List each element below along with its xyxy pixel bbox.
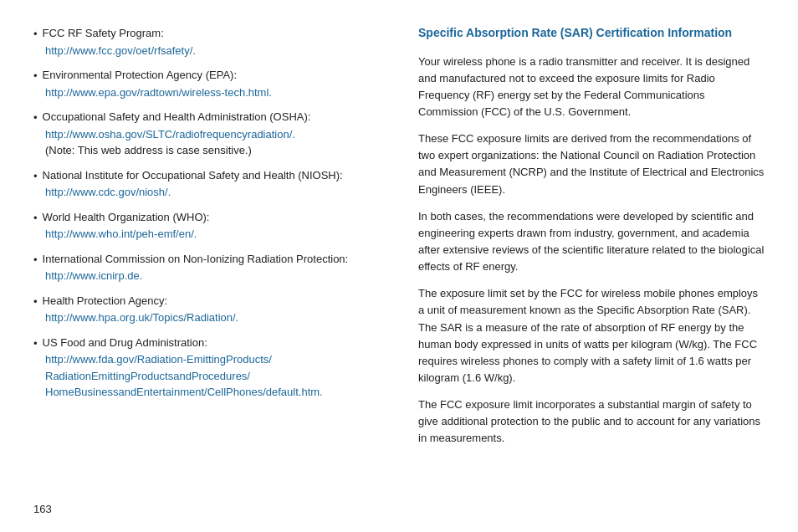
note-text: (Note: This web address is case sensitiv… xyxy=(45,142,385,159)
bullet-dot: • xyxy=(33,68,38,84)
section-title: Specific Absorption Rate (SAR) Certifica… xyxy=(418,25,765,42)
bullet-label: Environmental Protection Agency (EPA): xyxy=(43,67,237,84)
resource-link[interactable]: http://www.osha.gov/SLTC/radiofrequencyr… xyxy=(45,128,295,141)
list-item: •National Institute for Occupational Saf… xyxy=(33,167,385,201)
content-paragraph: These FCC exposure limits are derived fr… xyxy=(418,130,765,198)
content-paragraph: Your wireless phone is a radio transmitt… xyxy=(418,54,765,121)
bullet-dot: • xyxy=(33,110,38,126)
page-number: 163 xyxy=(33,503,52,515)
resource-link[interactable]: http://www.hpa.org.uk/Topics/Radiation/. xyxy=(45,311,238,324)
list-item: •Environmental Protection Agency (EPA):h… xyxy=(33,67,385,100)
list-item: •FCC RF Safety Program:http://www.fcc.go… xyxy=(33,25,385,59)
bullet-dot: • xyxy=(33,335,38,352)
resource-link[interactable]: http://www.icnirp.de. xyxy=(45,269,142,282)
resource-link[interactable]: http://www.fcc.gov/oet/rfsafety/. xyxy=(45,44,196,57)
resource-link[interactable]: http://www.epa.gov/radtown/wireless-tech… xyxy=(45,86,272,99)
bullet-label: US Food and Drug Administration: xyxy=(43,335,207,351)
resource-list: •FCC RF Safety Program:http://www.fcc.go… xyxy=(33,25,385,409)
bullet-label: FCC RF Safety Program: xyxy=(43,25,164,42)
bullet-dot: • xyxy=(33,252,38,269)
bullet-label: National Institute for Occupational Safe… xyxy=(43,167,343,184)
content-paragraph: The FCC exposure limit incorporates a su… xyxy=(418,396,765,447)
bullet-dot: • xyxy=(33,26,38,43)
bullet-label: International Commission on Non-Ionizing… xyxy=(43,251,349,268)
bullet-dot: • xyxy=(33,168,38,185)
bullet-label: Health Protection Agency: xyxy=(43,293,168,309)
list-item: •World Health Organization (WHO):http://… xyxy=(33,209,385,243)
right-column: Specific Absorption Rate (SAR) Certifica… xyxy=(418,25,765,507)
bullet-dot: • xyxy=(33,294,38,310)
list-item: •International Commission on Non-Ionizin… xyxy=(33,251,385,284)
left-column: •FCC RF Safety Program:http://www.fcc.go… xyxy=(33,25,385,507)
list-item: •Health Protection Agency:http://www.hpa… xyxy=(33,293,385,326)
resource-link[interactable]: http://www.fda.gov/Radiation-EmittingPro… xyxy=(45,353,323,398)
resource-link[interactable]: http://www.cdc.gov/niosh/. xyxy=(45,186,171,198)
list-item: •US Food and Drug Administration:http://… xyxy=(33,335,385,401)
list-item: •Occupational Safety and Health Administ… xyxy=(33,109,385,159)
bullet-label: Occupational Safety and Health Administr… xyxy=(43,109,311,125)
resource-link[interactable]: http://www.who.int/peh-emf/en/. xyxy=(45,228,197,240)
content-paragraph: In both cases, the recommendations were … xyxy=(418,208,765,276)
content-paragraph: The exposure limit set by the FCC for wi… xyxy=(418,285,765,386)
page-container: •FCC RF Safety Program:http://www.fcc.go… xyxy=(0,0,798,532)
bullet-label: World Health Organization (WHO): xyxy=(43,209,210,226)
paragraphs-container: Your wireless phone is a radio transmitt… xyxy=(418,54,765,458)
bullet-dot: • xyxy=(33,210,38,227)
